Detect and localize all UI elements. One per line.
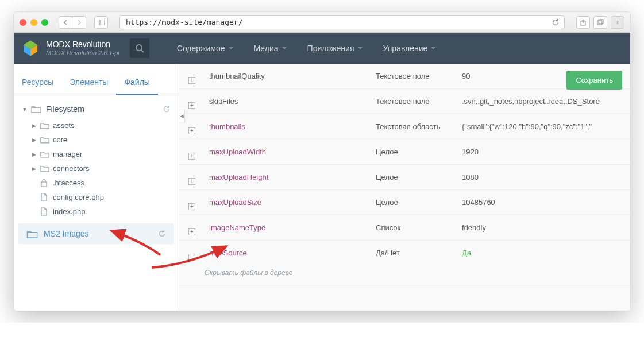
tree-node[interactable]: ▶manager — [20, 147, 179, 161]
brand-title: MODX Revolution — [46, 40, 119, 49]
setting-type: Целое — [371, 140, 457, 164]
tree-node[interactable]: ▶core — [20, 133, 179, 147]
expand-toggle[interactable]: + — [188, 77, 195, 84]
setting-value[interactable]: 1920 — [457, 140, 630, 164]
setting-value[interactable]: {"small":{"w":120,"h":90,"q":90,"zc":"1"… — [457, 114, 630, 139]
setting-name[interactable]: maxUploadHeight — [209, 173, 268, 181]
settings-row: −hideSourceДа/НетДаСкрывать файлы в дере… — [179, 241, 630, 285]
tree-node[interactable]: ▶connectors — [20, 161, 179, 176]
expand-toggle[interactable]: + — [188, 178, 195, 185]
sidebar: РесурсыЭлементыФайлы ▼ Filesystem ▶asset… — [14, 64, 179, 311]
refresh-icon[interactable] — [163, 105, 171, 113]
settings-row: +thumbnailsТекстовая область{"small":{"w… — [179, 114, 630, 140]
setting-value[interactable]: 10485760 — [457, 190, 630, 215]
toolbar-right: + — [576, 16, 624, 29]
menu-item-0[interactable]: Содержимое — [167, 33, 244, 64]
setting-value[interactable]: Да — [457, 241, 630, 265]
settings-row: +maxUploadWidthЦелое1920 — [179, 140, 630, 165]
settings-row: +thumbnailQualityТекстовое поле90 — [179, 64, 630, 89]
refresh-icon[interactable] — [158, 230, 166, 238]
tabs-button[interactable] — [593, 16, 607, 29]
setting-value[interactable]: 1080 — [457, 165, 630, 189]
expand-toggle[interactable]: + — [188, 102, 195, 109]
tree-node-label: index.php — [53, 207, 85, 216]
tree-node-label: .htaccess — [53, 179, 84, 187]
file-icon — [40, 207, 51, 216]
setting-name[interactable]: maxUploadSize — [209, 198, 261, 207]
expand-toggle[interactable]: + — [188, 203, 195, 210]
sidebar-tabs: РесурсыЭлементыФайлы — [14, 64, 179, 95]
chevron-right-icon: ▶ — [32, 152, 38, 157]
minimize-window-button[interactable] — [30, 19, 37, 26]
titlebar: https://modx-site/manager/ + — [14, 12, 630, 33]
tree-source-ms2-images[interactable]: MS2 Images — [18, 223, 174, 244]
setting-name[interactable]: maxUploadWidth — [209, 148, 266, 156]
settings-row: +imageNameTypeСписокfriendly — [179, 215, 630, 241]
sidebar-tab-0[interactable]: Ресурсы — [14, 72, 61, 95]
expand-toggle[interactable]: + — [188, 228, 195, 235]
browser-window: https://modx-site/manager/ + MODX Revolu… — [13, 11, 631, 311]
lock-icon — [40, 179, 51, 187]
sidebar-tab-1[interactable]: Элементы — [61, 72, 116, 95]
reload-icon[interactable] — [552, 18, 560, 26]
tree-node-label: config.core.php — [53, 193, 104, 202]
setting-type: Да/Нет — [371, 241, 457, 265]
svg-rect-10 — [41, 182, 47, 187]
tree-node-label: connectors — [53, 164, 90, 173]
setting-type: Целое — [371, 190, 457, 215]
svg-rect-3 — [597, 21, 602, 25]
address-bar[interactable]: https://modx-site/manager/ — [119, 16, 565, 29]
chevron-right-icon: ▶ — [32, 137, 38, 143]
tree-node[interactable]: ▶assets — [20, 118, 179, 133]
svg-line-9 — [141, 50, 144, 52]
app-header: MODX Revolution MODX Revolution 2.6.1-pl… — [14, 33, 630, 64]
setting-name[interactable]: imageNameType — [209, 223, 265, 232]
tree-source-label: MS2 Images — [44, 229, 89, 238]
back-button[interactable] — [59, 16, 72, 29]
brand: MODX Revolution MODX Revolution 2.6.1-pl — [46, 40, 119, 56]
setting-type: Целое — [371, 165, 457, 189]
file-tree: ▼ Filesystem ▶assets▶core▶manager▶connec… — [14, 95, 179, 249]
folder-icon — [40, 122, 51, 129]
url-text: https://modx-site/manager/ — [126, 18, 243, 26]
new-tab-button[interactable]: + — [611, 16, 624, 29]
tree-node-label: manager — [53, 150, 82, 158]
close-window-button[interactable] — [20, 19, 26, 26]
main-menu: СодержимоеМедиаПриложенияУправление — [167, 33, 446, 64]
menu-item-3[interactable]: Управление — [373, 33, 446, 64]
folder-icon — [40, 165, 51, 172]
tree-node[interactable]: .htaccess — [20, 176, 179, 190]
sidebar-toggle-button[interactable] — [94, 16, 108, 29]
setting-value[interactable]: friendly — [457, 215, 630, 240]
menu-item-2[interactable]: Приложения — [297, 33, 373, 64]
folder-icon — [40, 136, 51, 144]
sidebar-tab-2[interactable]: Файлы — [116, 72, 157, 95]
settings-row: +maxUploadSizeЦелое10485760 — [179, 190, 630, 215]
zoom-window-button[interactable] — [41, 19, 48, 26]
expand-toggle[interactable]: + — [188, 127, 195, 134]
tree-node[interactable]: index.php — [20, 204, 179, 219]
tree-root-filesystem[interactable]: ▼ Filesystem — [14, 100, 179, 118]
settings-grid: +thumbnailQualityТекстовое поле90+skipFi… — [179, 64, 630, 285]
expand-toggle[interactable]: − — [188, 254, 195, 261]
setting-name[interactable]: thumbnails — [209, 122, 245, 131]
search-button[interactable] — [130, 38, 149, 58]
setting-value[interactable]: .svn,.git,_notes,nbproject,.idea,.DS_Sto… — [457, 89, 630, 114]
expand-toggle[interactable]: + — [188, 153, 195, 160]
chevron-down-icon: ▼ — [22, 106, 28, 113]
tree-node[interactable]: config.core.php — [20, 190, 179, 204]
save-button[interactable]: Сохранить — [566, 71, 622, 90]
search-icon — [135, 44, 144, 53]
svg-point-8 — [136, 45, 142, 51]
caret-down-icon — [358, 47, 363, 49]
setting-name[interactable]: hideSource — [209, 249, 247, 257]
setting-name: skipFiles — [209, 97, 238, 106]
menu-item-1[interactable]: Медиа — [244, 33, 297, 64]
setting-type: Текстовое поле — [371, 64, 457, 88]
setting-type: Список — [371, 215, 457, 240]
chevron-right-icon: ▶ — [32, 166, 38, 172]
forward-button[interactable] — [72, 16, 86, 29]
share-button[interactable] — [576, 16, 590, 29]
setting-name: thumbnailQuality — [209, 72, 265, 80]
settings-row: +maxUploadHeightЦелое1080 — [179, 165, 630, 190]
